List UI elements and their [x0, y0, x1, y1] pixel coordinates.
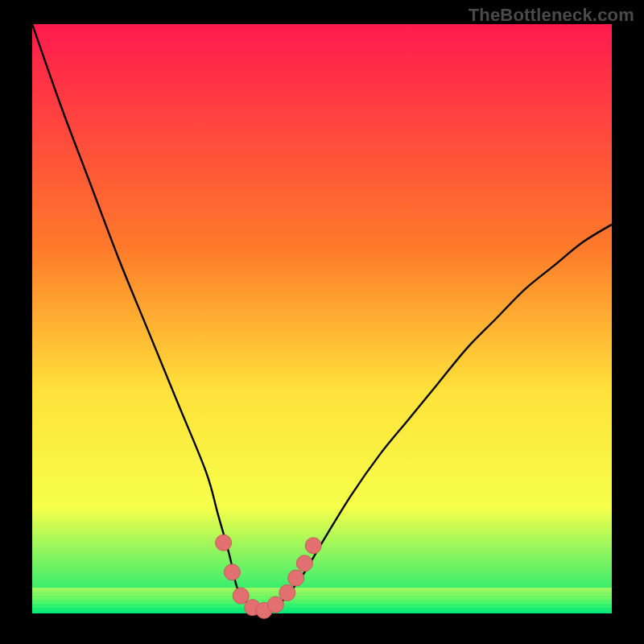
bottleneck-chart [0, 0, 644, 644]
bottom-bands [32, 588, 612, 612]
svg-rect-2 [32, 596, 612, 600]
svg-rect-4 [32, 604, 612, 608]
curve-marker [267, 597, 283, 613]
curve-marker [288, 570, 304, 586]
chart-frame: TheBottleneck.com [0, 0, 644, 644]
curve-marker [233, 588, 249, 604]
curve-marker [305, 538, 321, 554]
svg-rect-1 [32, 592, 612, 596]
svg-rect-3 [32, 600, 612, 604]
plot-background [32, 24, 612, 613]
curve-marker [216, 535, 232, 551]
watermark-text: TheBottleneck.com [469, 5, 634, 26]
curve-marker [224, 564, 240, 580]
svg-rect-0 [32, 588, 612, 592]
curve-marker [296, 555, 312, 572]
svg-rect-5 [32, 608, 612, 612]
curve-marker [279, 584, 295, 601]
